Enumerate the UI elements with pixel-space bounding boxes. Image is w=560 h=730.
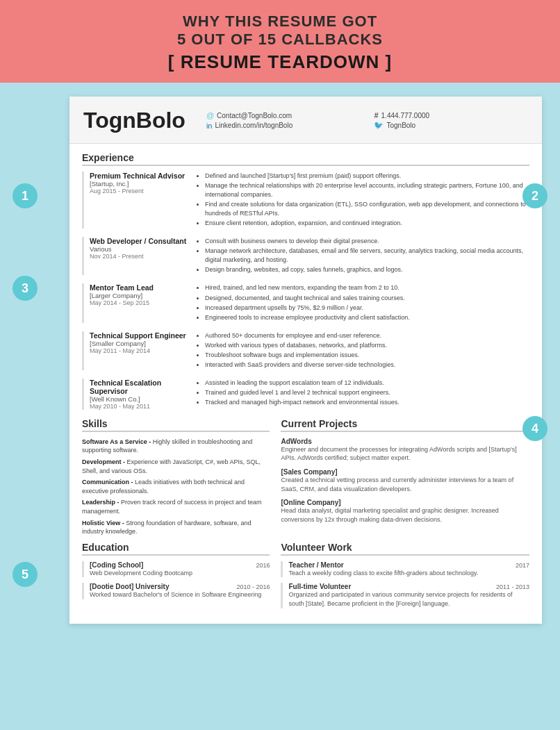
job-title: Technical Escalation Supervisor <box>90 379 190 395</box>
job-company: [Well Known Co.] <box>90 395 190 403</box>
job-left: Premium Technical Advisor [Startup, Inc.… <box>82 172 190 229</box>
phone-value: 1.444.777.0000 <box>381 112 430 119</box>
bullet-item: Worked with various types of databases, … <box>205 341 529 350</box>
job-row: Web Developer / Consultant Various Nov 2… <box>82 237 529 275</box>
circle-3: 3 <box>13 276 38 301</box>
skill-item: Holistic View - Strong foundation of har… <box>82 519 270 536</box>
resume-name: TognBolo <box>83 108 186 133</box>
twitter-icon: 🐦 <box>374 121 384 130</box>
job-right: Hired, trained, and led new mentors, exp… <box>197 283 529 322</box>
edu-header: [Coding School] 2016 <box>90 561 270 569</box>
volunteer-item: Full-time Volunteer 2011 - 2013 Organize… <box>281 583 529 608</box>
phone-icon: # <box>374 111 378 119</box>
contact-grid: @ Contact@TognBolo.com # 1.444.777.0000 … <box>206 111 528 130</box>
contact-linkedin: in Linkedin.com/in/tognBolo <box>206 121 361 130</box>
job-bullets: Consult with business owners to develop … <box>197 237 529 274</box>
job-bullets: Authored 50+ documents for employee and … <box>197 331 529 370</box>
vol-desc: Teach a weekly coding class to excite fi… <box>288 569 529 578</box>
bullet-item: Manage the technical relationships with … <box>205 181 529 199</box>
linkedin-icon: in <box>206 122 213 130</box>
job-row: Premium Technical Advisor [Startup, Inc.… <box>82 172 529 229</box>
circle-4: 4 <box>522 416 547 441</box>
education-title: Education <box>82 542 270 556</box>
bullet-item: Troubleshoot software bugs and implement… <box>205 351 529 360</box>
edu-school: [Coding School] <box>90 561 143 569</box>
skill-item: Leadership - Proven track record of succ… <box>82 498 270 515</box>
skills-list: Software As a Service - Highly skilled i… <box>82 438 270 536</box>
bullet-item: Hired, trained, and led new mentors, exp… <box>205 283 529 292</box>
job-right: Authored 50+ documents for employee and … <box>197 331 529 370</box>
skill-name: Software As a Service - <box>82 438 151 445</box>
edu-year: 2010 - 2016 <box>236 583 270 590</box>
edu-desc: Web Development Coding Bootcamp <box>90 569 270 578</box>
skills-col: Skills Software As a Service - Highly sk… <box>82 418 270 539</box>
skill-item: Software As a Service - Highly skilled i… <box>82 438 270 455</box>
vol-header: Teacher / Mentor 2017 <box>288 561 529 569</box>
bullet-item: Find and create solutions for data organ… <box>205 200 529 218</box>
bullet-item: Tracked and managed high-impact network … <box>205 398 529 407</box>
project-name: [Online Company] <box>281 499 529 506</box>
circle-5: 5 <box>13 562 38 587</box>
header-banner: WHY THIS RESUME GOT 5 OUT OF 15 CALLBACK… <box>0 0 560 83</box>
edu-school: [Dootie Doot] University <box>90 583 169 590</box>
job-title: Technical Support Engineer <box>90 331 190 340</box>
skill-name: Holistic View - <box>82 520 124 526</box>
skill-item: Development - Experience with JavaScript… <box>82 458 270 475</box>
bullet-item: Ensure client retention, adoption, expan… <box>205 219 529 228</box>
job-dates: Nov 2014 - Present <box>90 253 190 260</box>
job-title: Mentor Team Lead <box>90 283 190 292</box>
contact-phone: # 1.444.777.0000 <box>374 111 528 119</box>
email-value: Contact@TognBolo.com <box>217 112 292 119</box>
experience-title: Experience <box>82 152 529 166</box>
job-left: Technical Escalation Supervisor [Well Kn… <box>82 379 190 410</box>
volunteer-title: Volunteer Work <box>281 542 529 556</box>
resume-card: TognBolo @ Contact@TognBolo.com # 1.444.… <box>69 97 542 624</box>
project-item: AdWords Engineer and document the proces… <box>281 438 529 463</box>
bullet-item: Interacted with SaaS providers and diver… <box>205 360 529 370</box>
projects-list: AdWords Engineer and document the proces… <box>281 438 529 524</box>
bullet-item: Engineered tools to increase employee pr… <box>205 313 529 322</box>
project-desc: Engineer and document the processes for … <box>281 445 529 463</box>
email-icon: @ <box>206 111 214 119</box>
project-desc: Created a technical vetting process and … <box>281 476 529 493</box>
job-left: Technical Support Engineer [Smaller Comp… <box>82 331 190 370</box>
projects-title: Current Projects <box>281 418 529 432</box>
bullet-item: Consult with business owners to develop … <box>205 237 529 246</box>
vol-year: 2017 <box>516 562 529 569</box>
vol-header: Full-time Volunteer 2011 - 2013 <box>288 583 529 590</box>
volunteer-list: Teacher / Mentor 2017 Teach a weekly cod… <box>281 561 529 608</box>
job-bullets: Defined and launched [Startup's] first p… <box>197 172 529 228</box>
bullet-item: Trained and guided level 1 and level 2 t… <box>205 388 529 397</box>
resume-header: TognBolo @ Contact@TognBolo.com # 1.444.… <box>69 97 542 144</box>
edu-year: 2016 <box>256 562 270 569</box>
job-bullets: Assisted in leading the support escalati… <box>197 379 529 407</box>
circle-2: 2 <box>522 183 547 208</box>
contact-email: @ Contact@TognBolo.com <box>206 111 361 119</box>
header-line2: 5 OUT OF 15 CALLBACKS <box>14 31 546 49</box>
bullet-item: Design branding, websites, ad copy, sale… <box>205 265 529 274</box>
job-company: [Startup, Inc.] <box>90 180 190 188</box>
job-company: [Smaller Company] <box>90 340 190 347</box>
skill-name: Development - <box>82 458 125 465</box>
twitter-value: TognBolo <box>386 122 415 129</box>
education-col: Education [Coding School] 2016 Web Devel… <box>82 542 270 614</box>
job-right: Consult with business owners to develop … <box>197 237 529 275</box>
job-company: [Larger Company] <box>90 292 190 299</box>
bullet-item: Defined and launched [Startup's] first p… <box>205 172 529 181</box>
skill-name: Leadership - <box>82 499 120 506</box>
job-row: Mentor Team Lead [Larger Company] May 20… <box>82 283 529 322</box>
resume-body: Experience Premium Technical Advisor [St… <box>69 144 542 624</box>
job-title: Web Developer / Consultant <box>90 237 190 245</box>
job-left: Web Developer / Consultant Various Nov 2… <box>82 237 190 275</box>
job-dates: May 2014 - Sep 2015 <box>90 299 190 306</box>
bullet-item: Assisted in leading the support escalati… <box>205 379 529 388</box>
job-dates: May 2010 - May 2011 <box>90 403 190 410</box>
vol-desc: Organized and participated in various co… <box>288 590 529 608</box>
job-right: Defined and launched [Startup's] first p… <box>197 172 529 229</box>
project-item: [Online Company] Head data analyst, digi… <box>281 499 529 524</box>
experience-rows: Premium Technical Advisor [Startup, Inc.… <box>82 172 529 410</box>
volunteer-col: Volunteer Work Teacher / Mentor 2017 Tea… <box>281 542 529 614</box>
job-bullets: Hired, trained, and led new mentors, exp… <box>197 283 529 322</box>
edu-desc: Worked toward Bachelor's of Science in S… <box>90 590 270 599</box>
job-title: Premium Technical Advisor <box>90 172 190 180</box>
